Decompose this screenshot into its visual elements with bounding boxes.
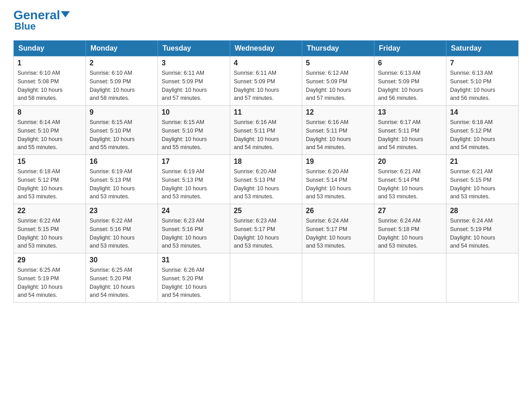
day-info: Sunrise: 6:14 AMSunset: 5:10 PMDaylight:… bbox=[17, 118, 82, 152]
logo: General Blue bbox=[13, 9, 70, 32]
day-number: 19 bbox=[306, 158, 370, 166]
calendar-day-cell: 4Sunrise: 6:11 AMSunset: 5:09 PMDaylight… bbox=[230, 56, 302, 106]
day-info: Sunrise: 6:11 AMSunset: 5:09 PMDaylight:… bbox=[234, 69, 298, 103]
day-number: 16 bbox=[90, 158, 154, 166]
calendar-day-cell: 18Sunrise: 6:20 AMSunset: 5:13 PMDayligh… bbox=[230, 155, 302, 204]
day-info: Sunrise: 6:13 AMSunset: 5:10 PMDaylight:… bbox=[450, 69, 515, 103]
day-info: Sunrise: 6:24 AMSunset: 5:18 PMDaylight:… bbox=[378, 217, 442, 250]
day-info: Sunrise: 6:18 AMSunset: 5:12 PMDaylight:… bbox=[17, 167, 82, 201]
day-info: Sunrise: 6:25 AMSunset: 5:19 PMDaylight:… bbox=[17, 266, 82, 300]
calendar-day-cell: 7Sunrise: 6:13 AMSunset: 5:10 PMDaylight… bbox=[446, 56, 519, 106]
empty-cell bbox=[374, 253, 446, 303]
calendar-day-cell: 6Sunrise: 6:13 AMSunset: 5:09 PMDaylight… bbox=[374, 56, 446, 106]
day-info: Sunrise: 6:23 AMSunset: 5:16 PMDaylight:… bbox=[162, 217, 226, 250]
calendar-day-cell: 16Sunrise: 6:19 AMSunset: 5:13 PMDayligh… bbox=[86, 155, 158, 204]
day-info: Sunrise: 6:15 AMSunset: 5:10 PMDaylight:… bbox=[90, 118, 154, 152]
logo-blue-text: Blue bbox=[14, 21, 36, 32]
calendar-day-cell: 12Sunrise: 6:16 AMSunset: 5:11 PMDayligh… bbox=[302, 106, 374, 155]
calendar-day-cell: 10Sunrise: 6:15 AMSunset: 5:10 PMDayligh… bbox=[158, 106, 230, 155]
day-info: Sunrise: 6:22 AMSunset: 5:16 PMDaylight:… bbox=[90, 217, 154, 250]
calendar-day-cell: 22Sunrise: 6:22 AMSunset: 5:15 PMDayligh… bbox=[14, 204, 86, 253]
day-info: Sunrise: 6:23 AMSunset: 5:17 PMDaylight:… bbox=[234, 217, 298, 250]
col-header-tuesday: Tuesday bbox=[158, 41, 230, 56]
day-number: 11 bbox=[234, 108, 298, 116]
calendar-week-row: 29Sunrise: 6:25 AMSunset: 5:19 PMDayligh… bbox=[14, 253, 519, 303]
day-info: Sunrise: 6:13 AMSunset: 5:09 PMDaylight:… bbox=[378, 69, 442, 103]
calendar-header-row: SundayMondayTuesdayWednesdayThursdayFrid… bbox=[14, 41, 519, 56]
day-number: 23 bbox=[90, 207, 154, 215]
day-number: 13 bbox=[378, 108, 442, 116]
day-number: 22 bbox=[17, 207, 82, 215]
day-info: Sunrise: 6:11 AMSunset: 5:09 PMDaylight:… bbox=[162, 69, 226, 103]
day-number: 24 bbox=[162, 207, 226, 215]
day-info: Sunrise: 6:19 AMSunset: 5:13 PMDaylight:… bbox=[162, 167, 226, 201]
calendar-week-row: 15Sunrise: 6:18 AMSunset: 5:12 PMDayligh… bbox=[14, 155, 519, 204]
calendar-day-cell: 24Sunrise: 6:23 AMSunset: 5:16 PMDayligh… bbox=[158, 204, 230, 253]
day-info: Sunrise: 6:21 AMSunset: 5:14 PMDaylight:… bbox=[378, 167, 442, 201]
col-header-monday: Monday bbox=[86, 41, 158, 56]
calendar-day-cell: 30Sunrise: 6:25 AMSunset: 5:20 PMDayligh… bbox=[86, 253, 158, 303]
day-info: Sunrise: 6:19 AMSunset: 5:13 PMDaylight:… bbox=[90, 167, 154, 201]
calendar-week-row: 1Sunrise: 6:10 AMSunset: 5:08 PMDaylight… bbox=[14, 56, 519, 106]
calendar-day-cell: 21Sunrise: 6:21 AMSunset: 5:15 PMDayligh… bbox=[446, 155, 519, 204]
calendar-day-cell: 5Sunrise: 6:12 AMSunset: 5:09 PMDaylight… bbox=[302, 56, 374, 106]
day-number: 26 bbox=[306, 207, 370, 215]
day-number: 27 bbox=[378, 207, 442, 215]
calendar-day-cell: 25Sunrise: 6:23 AMSunset: 5:17 PMDayligh… bbox=[230, 204, 302, 253]
day-info: Sunrise: 6:22 AMSunset: 5:15 PMDaylight:… bbox=[17, 217, 82, 250]
day-number: 9 bbox=[90, 108, 154, 116]
day-info: Sunrise: 6:18 AMSunset: 5:12 PMDaylight:… bbox=[450, 118, 515, 152]
calendar-day-cell: 14Sunrise: 6:18 AMSunset: 5:12 PMDayligh… bbox=[446, 106, 519, 155]
calendar-day-cell: 28Sunrise: 6:24 AMSunset: 5:19 PMDayligh… bbox=[446, 204, 519, 253]
calendar-day-cell: 8Sunrise: 6:14 AMSunset: 5:10 PMDaylight… bbox=[14, 106, 86, 155]
day-info: Sunrise: 6:10 AMSunset: 5:09 PMDaylight:… bbox=[90, 69, 154, 103]
day-number: 30 bbox=[90, 256, 154, 264]
day-number: 10 bbox=[162, 108, 226, 116]
calendar-day-cell: 11Sunrise: 6:16 AMSunset: 5:11 PMDayligh… bbox=[230, 106, 302, 155]
day-info: Sunrise: 6:16 AMSunset: 5:11 PMDaylight:… bbox=[306, 118, 370, 152]
day-number: 7 bbox=[450, 59, 515, 67]
calendar-day-cell: 15Sunrise: 6:18 AMSunset: 5:12 PMDayligh… bbox=[14, 155, 86, 204]
empty-cell bbox=[446, 253, 519, 303]
calendar-day-cell: 17Sunrise: 6:19 AMSunset: 5:13 PMDayligh… bbox=[158, 155, 230, 204]
day-info: Sunrise: 6:12 AMSunset: 5:09 PMDaylight:… bbox=[306, 69, 370, 103]
day-number: 31 bbox=[162, 256, 226, 264]
day-number: 8 bbox=[17, 108, 82, 116]
day-number: 29 bbox=[17, 256, 82, 264]
calendar-week-row: 22Sunrise: 6:22 AMSunset: 5:15 PMDayligh… bbox=[14, 204, 519, 253]
calendar-day-cell: 31Sunrise: 6:26 AMSunset: 5:20 PMDayligh… bbox=[158, 253, 230, 303]
col-header-friday: Friday bbox=[374, 41, 446, 56]
day-info: Sunrise: 6:17 AMSunset: 5:11 PMDaylight:… bbox=[378, 118, 442, 152]
day-number: 2 bbox=[90, 59, 154, 67]
col-header-sunday: Sunday bbox=[14, 41, 86, 56]
day-number: 17 bbox=[162, 158, 226, 166]
day-info: Sunrise: 6:15 AMSunset: 5:10 PMDaylight:… bbox=[162, 118, 226, 152]
col-header-wednesday: Wednesday bbox=[230, 41, 302, 56]
calendar-day-cell: 27Sunrise: 6:24 AMSunset: 5:18 PMDayligh… bbox=[374, 204, 446, 253]
day-number: 1 bbox=[17, 59, 82, 67]
day-number: 5 bbox=[306, 59, 370, 67]
day-number: 4 bbox=[234, 59, 298, 67]
logo-general: General bbox=[13, 8, 60, 22]
day-number: 15 bbox=[17, 158, 82, 166]
day-info: Sunrise: 6:21 AMSunset: 5:15 PMDaylight:… bbox=[450, 167, 515, 201]
day-number: 3 bbox=[162, 59, 226, 67]
calendar-day-cell: 20Sunrise: 6:21 AMSunset: 5:14 PMDayligh… bbox=[374, 155, 446, 204]
calendar-day-cell: 23Sunrise: 6:22 AMSunset: 5:16 PMDayligh… bbox=[86, 204, 158, 253]
day-number: 25 bbox=[234, 207, 298, 215]
day-number: 12 bbox=[306, 108, 370, 116]
day-info: Sunrise: 6:10 AMSunset: 5:08 PMDaylight:… bbox=[17, 69, 82, 103]
day-info: Sunrise: 6:16 AMSunset: 5:11 PMDaylight:… bbox=[234, 118, 298, 152]
day-info: Sunrise: 6:24 AMSunset: 5:17 PMDaylight:… bbox=[306, 217, 370, 250]
calendar-day-cell: 26Sunrise: 6:24 AMSunset: 5:17 PMDayligh… bbox=[302, 204, 374, 253]
day-info: Sunrise: 6:20 AMSunset: 5:14 PMDaylight:… bbox=[306, 167, 370, 201]
day-number: 14 bbox=[450, 108, 515, 116]
calendar-day-cell: 13Sunrise: 6:17 AMSunset: 5:11 PMDayligh… bbox=[374, 106, 446, 155]
page-header: General Blue bbox=[13, 9, 519, 32]
day-number: 6 bbox=[378, 59, 442, 67]
col-header-saturday: Saturday bbox=[446, 41, 519, 56]
calendar-day-cell: 29Sunrise: 6:25 AMSunset: 5:19 PMDayligh… bbox=[14, 253, 86, 303]
day-number: 20 bbox=[378, 158, 442, 166]
calendar-day-cell: 9Sunrise: 6:15 AMSunset: 5:10 PMDaylight… bbox=[86, 106, 158, 155]
logo-triangle-icon bbox=[61, 11, 70, 17]
